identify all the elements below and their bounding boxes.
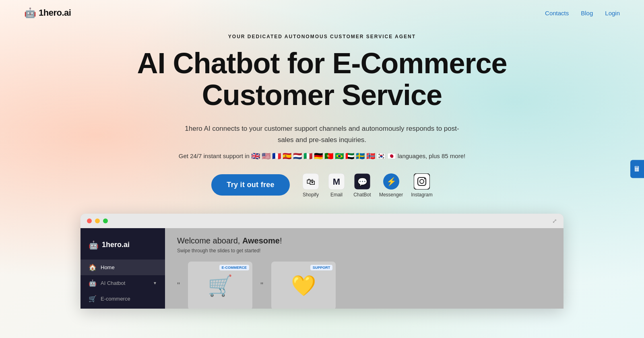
sidebar-label-aichatbot: AI Chatbot — [101, 280, 125, 286]
sidebar-item-ecommerce[interactable]: 🛒 E-commerce — [80, 291, 165, 307]
flag-nl: 🇳🇱 — [293, 152, 302, 161]
slide-preview-2: 💛 SUPPORT — [271, 262, 336, 309]
robot-icon: 🤖 — [24, 7, 36, 19]
hero-headline: AI Chatbot for E-Commerce Customer Servi… — [8, 47, 636, 111]
slide1-emoji: 🛒 — [208, 274, 233, 297]
try-free-button[interactable]: Try it out free — [211, 174, 290, 196]
integrations-list: 🛍 Shopify M Email — [302, 173, 433, 198]
shopify-icon: 🛍 — [302, 173, 320, 190]
header: 🤖 1hero.ai Contacts Blog Login — [0, 0, 644, 26]
flag-us: 🇺🇸 — [262, 152, 270, 161]
slide-preview-1: 🛒 E-COMMERCE — [188, 262, 252, 309]
nav-login[interactable]: Login — [605, 10, 620, 16]
slide1-badge: E-COMMERCE — [219, 265, 250, 270]
flag-pt: 🇵🇹 — [324, 152, 333, 161]
hero-description: 1hero AI connects to your customer suppo… — [177, 123, 467, 145]
flag-jp: 🇯🇵 — [387, 152, 396, 161]
instagram-icon — [413, 173, 431, 190]
nav-blog[interactable]: Blog — [581, 10, 593, 16]
home-icon: 🏠 — [89, 264, 97, 271]
languages-suffix: languages, plus 85 more! — [398, 153, 465, 159]
sidebar-label-ecommerce: E-commerce — [101, 296, 130, 302]
email-label: Email — [330, 192, 343, 198]
shopify-label: Shopify — [303, 192, 319, 198]
hero-section: YOUR DEDICATED AUTONOMOUS CUSTOMER SERVI… — [0, 26, 644, 198]
app-body: 🤖 1hero.ai 🏠 Home 🤖 AI Chatbot ▼ 🛒 E-com… — [80, 228, 564, 309]
sidebar-item-aichatbot[interactable]: 🤖 AI Chatbot ▼ — [80, 275, 165, 291]
svg-text:⚡: ⚡ — [386, 177, 396, 186]
messenger-label: Messenger — [379, 192, 403, 198]
flag-no: 🇳🇴 — [366, 152, 375, 161]
messenger-icon: ⚡ — [382, 173, 400, 190]
slide-left-arrow: " — [177, 281, 180, 290]
app-sidebar-logo: 🤖 1hero.ai — [80, 236, 165, 260]
logo: 🤖 1hero.ai — [24, 7, 71, 19]
traffic-light-green — [103, 218, 108, 223]
cta-section: Try it out free 🛍 Shopify M — [8, 173, 636, 198]
headline-line2: Customer Service — [202, 79, 442, 111]
hero-subtitle: YOUR DEDICATED AUTONOMOUS CUSTOMER SERVI… — [8, 34, 636, 39]
app-slides: " 🛒 E-COMMERCE " 💛 SUPPORT — [177, 262, 551, 309]
flag-se: 🇸🇪 — [356, 152, 365, 161]
maximize-icon: ⤢ — [552, 218, 557, 224]
svg-point-11 — [424, 178, 425, 179]
svg-text:💬: 💬 — [357, 177, 367, 187]
chatbot-icon: 💬 — [353, 173, 371, 190]
flag-es: 🇪🇸 — [283, 152, 291, 161]
app-welcome-text: Welcome aboard, Awesome! — [177, 236, 551, 245]
languages-line: Get 24/7 instant support in 🇬🇧 🇺🇸 🇫🇷 🇪🇸 … — [8, 152, 636, 161]
logo-text: 1hero.ai — [39, 8, 71, 18]
ai-icon: 🤖 — [89, 279, 97, 287]
flag-de: 🇩🇪 — [314, 152, 323, 161]
ecommerce-icon: 🛒 — [89, 295, 97, 303]
flag-kr: 🇰🇷 — [377, 152, 386, 161]
app-swipe-text: Swipe through the slides to get started! — [177, 248, 551, 254]
app-main-content: Welcome aboard, Awesome! Swipe through t… — [165, 228, 564, 309]
right-widget[interactable]: 🖩 — [630, 160, 644, 178]
integration-email: M Email — [328, 173, 345, 198]
slide2-badge: SUPPORT — [310, 265, 333, 270]
integration-shopify: 🛍 Shopify — [302, 173, 320, 198]
traffic-light-yellow — [95, 218, 100, 223]
welcome-name: Awesome — [242, 236, 280, 245]
chatbot-label: ChatBot — [353, 192, 371, 198]
app-screenshot: ⤢ 🤖 1hero.ai 🏠 Home 🤖 AI Chatbot ▼ 🛒 E-c… — [80, 214, 564, 309]
email-icon: M — [328, 173, 345, 190]
app-titlebar: ⤢ — [80, 214, 564, 228]
flag-ae: 🇦🇪 — [345, 152, 354, 161]
flag-gb: 🇬🇧 — [251, 152, 260, 161]
slide-right-arrow: " — [260, 281, 263, 290]
flag-br: 🇧🇷 — [335, 152, 344, 161]
slide2-emoji: 💛 — [291, 274, 316, 297]
calculator-icon: 🖩 — [634, 165, 641, 173]
svg-text:🛍: 🛍 — [306, 177, 315, 187]
sidebar-label-home: Home — [101, 264, 115, 270]
traffic-light-red — [87, 218, 92, 223]
integration-messenger: ⚡ Messenger — [379, 173, 403, 198]
integration-chatbot: 💬 ChatBot — [353, 173, 371, 198]
svg-rect-8 — [414, 173, 430, 190]
instagram-label: Instagram — [411, 192, 432, 198]
flag-fr: 🇫🇷 — [272, 152, 281, 161]
navigation: Contacts Blog Login — [545, 10, 620, 16]
sidebar-item-home[interactable]: 🏠 Home — [80, 260, 165, 275]
integration-instagram: Instagram — [411, 173, 432, 198]
welcome-prefix: Welcome aboard, — [177, 236, 242, 245]
languages-prefix: Get 24/7 instant support in — [179, 153, 250, 159]
app-sidebar: 🤖 1hero.ai 🏠 Home 🤖 AI Chatbot ▼ 🛒 E-com… — [80, 228, 165, 309]
flag-it: 🇮🇹 — [303, 152, 312, 161]
headline-line1: AI Chatbot for E-Commerce — [137, 47, 507, 79]
svg-text:M: M — [333, 177, 340, 187]
app-logo-text: 1hero.ai — [102, 241, 130, 249]
nav-contacts[interactable]: Contacts — [545, 10, 569, 16]
